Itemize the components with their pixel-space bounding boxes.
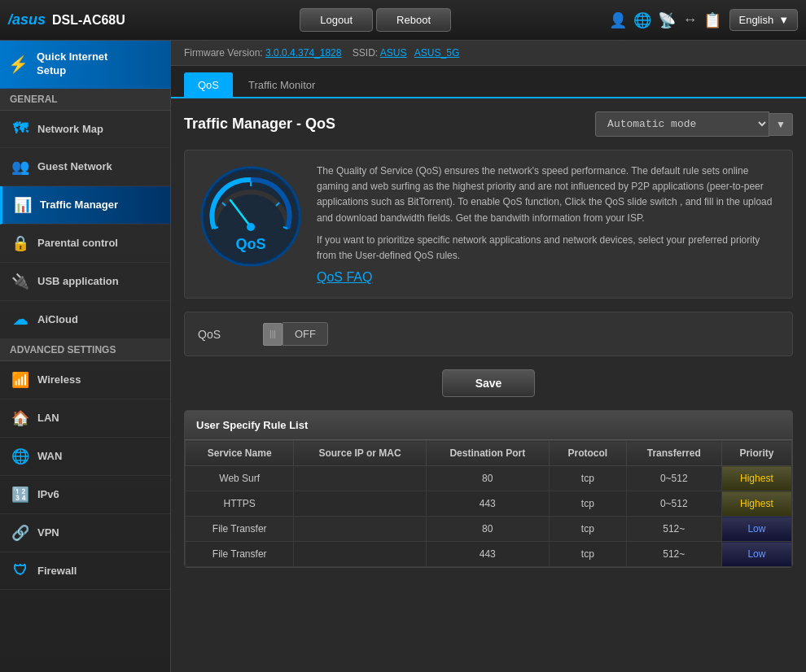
tab-traffic-monitor[interactable]: Traffic Monitor <box>234 72 329 97</box>
mode-dropdown-arrow[interactable]: ▼ <box>769 113 793 136</box>
quick-internet-setup[interactable]: ⚡ Quick Internet Setup <box>0 41 170 89</box>
cell-dest-port: 443 <box>426 491 549 517</box>
save-section: Save <box>184 369 793 397</box>
sidebar-item-label: WAN <box>37 450 62 462</box>
reboot-button[interactable]: Reboot <box>376 8 451 32</box>
language-selector[interactable]: English ▼ <box>729 9 798 31</box>
aicloud-icon: ☁ <box>11 311 29 329</box>
parental-control-icon: 🔒 <box>11 234 29 252</box>
ipv6-icon: 🔢 <box>11 486 29 504</box>
cell-service: File Transfer <box>186 517 294 542</box>
sidebar-item-parental-control[interactable]: 🔒 Parental control <box>0 225 170 263</box>
info-description: The Quality of Service (QoS) ensures the… <box>317 164 779 226</box>
col-source-ip: Source IP or MAC <box>294 441 426 466</box>
tab-qos[interactable]: QoS <box>184 72 233 97</box>
sidebar-item-usb-application[interactable]: 🔌 USB application <box>0 263 170 301</box>
rule-table: Service Name Source IP or MAC Destinatio… <box>185 440 792 567</box>
cell-transferred: 0~512 <box>626 491 721 517</box>
log-icon[interactable]: 📋 <box>703 11 721 29</box>
cell-service: File Transfer <box>186 542 294 567</box>
person-icon[interactable]: 👤 <box>609 11 627 29</box>
sidebar-item-wan[interactable]: 🌐 WAN <box>0 438 170 476</box>
sidebar-item-aicloud[interactable]: ☁ AiCloud <box>0 301 170 339</box>
col-protocol: Protocol <box>549 441 626 466</box>
sidebar-item-guest-network[interactable]: 👥 Guest Network <box>0 148 170 186</box>
sidebar-item-label: IPv6 <box>37 488 59 500</box>
page-title: Traffic Manager - QoS <box>184 116 335 133</box>
traffic-manager-icon: 📊 <box>14 196 32 214</box>
firewall-icon: 🛡 <box>11 562 29 579</box>
advanced-section-label: Advanced Settings <box>0 339 170 361</box>
qos-faq-link[interactable]: QoS FAQ <box>317 270 372 285</box>
page-header: Traffic Manager - QoS Automatic mode Use… <box>184 111 793 137</box>
cell-protocol: tcp <box>549 542 626 567</box>
cell-protocol: tcp <box>549 491 626 517</box>
sidebar-item-vpn[interactable]: 🔗 VPN <box>0 514 170 552</box>
toggle-knob[interactable]: ||| <box>263 323 283 346</box>
wireless-icon: 📶 <box>11 371 29 389</box>
sidebar-item-traffic-manager[interactable]: 📊 Traffic Manager <box>0 186 170 225</box>
cell-source <box>294 517 426 542</box>
logout-button[interactable]: Logout <box>300 8 373 32</box>
cell-source <box>294 491 426 517</box>
top-bar: Firmware Version: 3.0.0.4.374_1828 SSID:… <box>171 41 806 66</box>
cell-priority: Low <box>721 517 791 542</box>
sidebar-item-wireless[interactable]: 📶 Wireless <box>0 361 170 399</box>
ssid-2g[interactable]: ASUS <box>380 47 407 59</box>
page-content: Traffic Manager - QoS Automatic mode Use… <box>171 98 806 581</box>
cell-service: Web Surf <box>186 466 294 491</box>
sidebar-item-ipv6[interactable]: 🔢 IPv6 <box>0 476 170 514</box>
info-description-2: If you want to prioritize specific netwo… <box>317 233 779 264</box>
ssid-label: SSID: <box>353 47 378 59</box>
sidebar-item-label: VPN <box>37 526 59 539</box>
router-icon[interactable]: 📡 <box>658 11 676 29</box>
cell-service: HTTPS <box>186 491 294 517</box>
firmware-info: Firmware Version: 3.0.0.4.374_1828 SSID:… <box>184 47 459 59</box>
info-box: QoS The Quality of Service (QoS) ensures… <box>184 150 793 299</box>
globe-icon[interactable]: 🌐 <box>633 11 651 29</box>
qos-control-label: QoS <box>198 328 247 341</box>
cell-transferred: 0~512 <box>626 466 721 491</box>
cell-protocol: tcp <box>549 517 626 542</box>
firmware-version[interactable]: 3.0.0.4.374_1828 <box>265 47 341 59</box>
mode-dropdown[interactable]: Automatic mode User-defined QoS rules Di… <box>595 111 769 137</box>
header: /asus DSL-AC68U Logout Reboot 👤 🌐 📡 ↔ 📋 … <box>0 0 806 41</box>
sidebar-item-label: Firewall <box>37 565 77 577</box>
toggle-off-label[interactable]: OFF <box>283 322 328 346</box>
firmware-label: Firmware Version: <box>184 47 263 59</box>
sidebar-item-label: Guest Network <box>37 160 112 172</box>
table-section-title: User Specify Rule List <box>185 411 792 440</box>
main-layout: ⚡ Quick Internet Setup General 🗺 Network… <box>0 41 806 672</box>
chevron-down-icon: ▼ <box>778 14 789 26</box>
qos-toggle[interactable]: ||| OFF <box>263 322 328 346</box>
lan-icon: 🏠 <box>11 409 29 427</box>
col-dest-port: Destination Port <box>426 441 549 466</box>
language-label: English <box>738 14 773 26</box>
info-text-area: The Quality of Service (QoS) ensures the… <box>317 164 779 285</box>
cell-source <box>294 466 426 491</box>
qos-control: QoS ||| OFF <box>184 312 793 356</box>
sidebar-item-firewall[interactable]: 🛡 Firewall <box>0 552 170 590</box>
content-area: Firmware Version: 3.0.0.4.374_1828 SSID:… <box>171 41 806 672</box>
usb-application-icon: 🔌 <box>11 273 29 290</box>
svg-text:QoS: QoS <box>235 236 265 252</box>
cell-protocol: tcp <box>549 466 626 491</box>
qos-logo: QoS <box>198 164 304 269</box>
sidebar-item-network-map[interactable]: 🗺 Network Map <box>0 111 170 148</box>
cell-dest-port: 443 <box>426 542 549 567</box>
col-priority: Priority <box>721 441 791 466</box>
sidebar-item-label: USB application <box>37 275 119 287</box>
arrow-icon[interactable]: ↔ <box>682 11 697 28</box>
table-row: File Transfer 80 tcp 512~ Low <box>186 517 792 542</box>
quick-setup-icon: ⚡ <box>8 55 28 74</box>
sidebar-item-lan[interactable]: 🏠 LAN <box>0 399 170 438</box>
save-button[interactable]: Save <box>442 369 536 397</box>
sidebar-item-label: Traffic Manager <box>40 199 118 211</box>
asus-logo: /asus <box>8 11 46 28</box>
table-row: Web Surf 80 tcp 0~512 Highest <box>186 466 792 491</box>
sidebar-item-label: Network Map <box>37 123 103 135</box>
model-name: DSL-AC68U <box>52 13 125 28</box>
logo-area: /asus DSL-AC68U <box>8 11 125 28</box>
ssid-5g[interactable]: ASUS_5G <box>414 47 459 59</box>
tabs: QoS Traffic Monitor <box>171 66 806 98</box>
